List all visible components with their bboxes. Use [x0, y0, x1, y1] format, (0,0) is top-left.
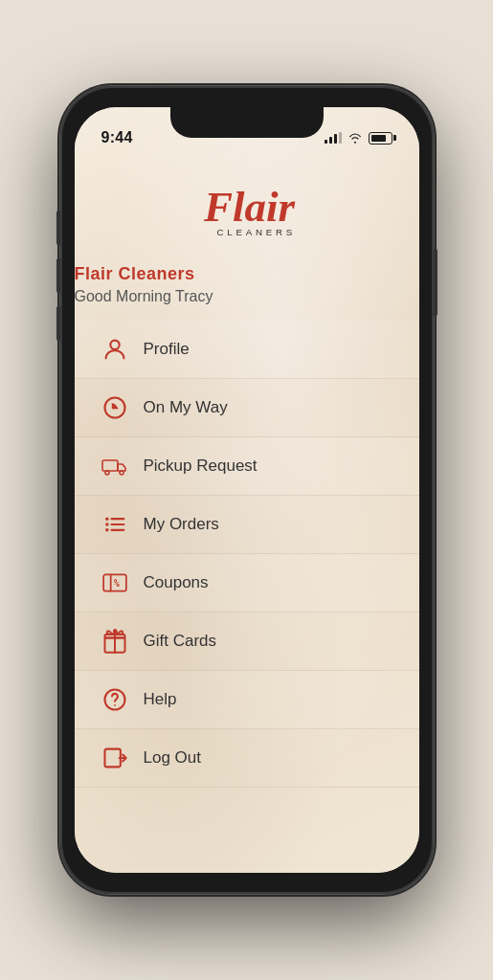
list-icon — [101, 511, 128, 538]
menu-label-gift-cards: Gift Cards — [144, 632, 217, 651]
notch — [170, 107, 324, 138]
phone-circle-icon — [101, 394, 128, 421]
person-icon — [101, 336, 128, 363]
menu-item-on-my-way[interactable]: On My Way — [75, 379, 419, 437]
menu-label-on-my-way: On My Way — [144, 398, 228, 417]
logout-icon — [101, 745, 128, 771]
menu-label-my-orders: My Orders — [144, 515, 219, 534]
phone-frame: 9:44 — [0, 0, 493, 980]
menu-item-help[interactable]: Help — [75, 671, 419, 729]
battery-icon — [369, 132, 392, 145]
wifi-icon — [347, 132, 363, 144]
menu-label-profile: Profile — [144, 340, 190, 359]
svg-text:Flair: Flair — [203, 183, 296, 231]
menu-item-pickup-request[interactable]: Pickup Request — [75, 437, 419, 496]
brand-title: Flair Cleaners — [75, 264, 419, 284]
phone-screen: 9:44 — [75, 107, 419, 873]
logo-area: Flair CLEANERS — [75, 155, 419, 264]
menu-label-help: Help — [144, 690, 177, 709]
signal-icon — [325, 132, 342, 144]
svg-text:%: % — [113, 578, 119, 589]
svg-point-6 — [120, 471, 123, 475]
menu-item-gift-cards[interactable]: Gift Cards — [75, 612, 419, 671]
gift-icon — [101, 628, 128, 655]
menu-label-pickup-request: Pickup Request — [144, 457, 258, 476]
status-icons — [325, 132, 392, 145]
svg-rect-4 — [102, 460, 118, 471]
truck-icon — [101, 453, 128, 479]
menu-list: Profile On My Way — [75, 321, 419, 788]
svg-point-7 — [105, 517, 109, 521]
status-time: 9:44 — [101, 129, 133, 146]
screen-content: 9:44 — [75, 107, 419, 873]
help-circle-icon — [101, 686, 128, 713]
svg-point-19 — [114, 704, 116, 706]
svg-point-9 — [105, 528, 109, 532]
svg-rect-20 — [104, 749, 120, 768]
brand-logo: Flair CLEANERS — [190, 174, 304, 251]
menu-item-profile[interactable]: Profile — [75, 321, 419, 379]
menu-item-log-out[interactable]: Log Out — [75, 729, 419, 788]
coupon-icon: % — [101, 569, 128, 596]
menu-label-coupons: Coupons — [144, 573, 209, 592]
svg-point-5 — [105, 471, 109, 475]
svg-point-8 — [105, 523, 109, 526]
phone-outer: 9:44 — [60, 86, 434, 894]
menu-item-my-orders[interactable]: My Orders — [75, 496, 419, 554]
svg-text:CLEANERS: CLEANERS — [216, 227, 296, 237]
greeting-text: Good Morning Tracy — [75, 288, 419, 305]
menu-item-coupons[interactable]: % Coupons — [75, 554, 419, 612]
svg-point-2 — [110, 341, 119, 349]
menu-label-log-out: Log Out — [144, 748, 202, 768]
